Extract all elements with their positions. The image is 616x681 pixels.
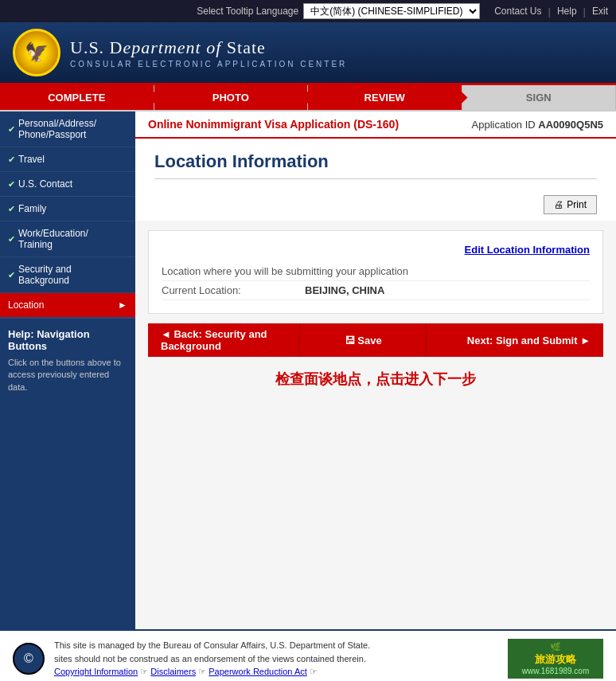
seal-icon: 🦅 xyxy=(13,29,60,76)
department-title: U.S. Department of State xyxy=(70,37,347,58)
chinese-annotation: 检查面谈地点，点击进入下一步 xyxy=(135,363,616,395)
page-title-area: Location Information xyxy=(135,139,616,192)
footer: © This site is managed by the Bureau of … xyxy=(0,629,616,681)
current-location-label: Current Location: xyxy=(162,284,305,296)
logo-url: www.1681989.com xyxy=(522,667,590,675)
check-icon-security: ✔ xyxy=(8,270,15,280)
tab-review[interactable]: REVIEW xyxy=(308,85,462,110)
help-title: Help: Navigation Buttons xyxy=(8,328,127,352)
tab-sign[interactable]: SIGN xyxy=(462,85,617,110)
contact-us-link[interactable]: Contact Us xyxy=(494,6,541,17)
page-title: Location Information xyxy=(154,151,597,179)
current-location-row: Current Location: BEIJING, CHINA xyxy=(162,281,590,300)
current-location-value: BEIJING, CHINA xyxy=(305,284,384,296)
top-bar: Select Tooltip Language 中文(简体) (CHINESE-… xyxy=(0,0,616,22)
disclaimers-link[interactable]: Disclaimers xyxy=(150,667,196,676)
sidebar-item-travel[interactable]: ✔ Travel xyxy=(0,147,135,172)
sidebar-item-security[interactable]: ✔ Security andBackground xyxy=(0,257,135,293)
print-label: Print xyxy=(567,199,587,210)
sidebar-label-travel: Travel xyxy=(18,154,45,165)
app-id-label: Application ID xyxy=(472,119,536,131)
footer-logo-box: 🌿 旅游攻略 www.1681989.com xyxy=(508,639,603,679)
sidebar-item-family[interactable]: ✔ Family xyxy=(0,197,135,221)
save-button[interactable]: 🖫 Save xyxy=(299,323,427,357)
sidebar-label-family: Family xyxy=(18,203,46,214)
help-prefix: Help: xyxy=(8,328,34,340)
sidebar-label-security: Security andBackground xyxy=(18,264,72,286)
print-button[interactable]: 🖨 Print xyxy=(544,195,597,214)
content-wrapper: ✔ Personal/Address/Phone/Passport ✔ Trav… xyxy=(0,112,616,629)
paperwork-link[interactable]: Paperwork Reduction Act xyxy=(209,667,307,676)
tooltip-label: Select Tooltip Language xyxy=(197,6,298,17)
sidebar-item-location[interactable]: Location ► xyxy=(0,293,135,318)
check-icon-us-contact: ✔ xyxy=(8,179,15,190)
help-link[interactable]: Help xyxy=(557,6,577,17)
sep2: | xyxy=(583,6,586,18)
header: 🦅 U.S. Department of State CONSULAR ELEC… xyxy=(0,22,616,85)
footer-line2: sites should not be construed as an endo… xyxy=(54,654,366,663)
arrow-icon-location: ► xyxy=(118,299,127,311)
help-box: Help: Navigation Buttons Click on the bu… xyxy=(0,318,135,403)
app-id-value: AA0090Q5N5 xyxy=(538,119,603,131)
edit-location-link[interactable]: Edit Location Information xyxy=(465,244,590,256)
tooltip-language-selector[interactable]: Select Tooltip Language 中文(简体) (CHINESE-… xyxy=(197,3,480,19)
nav-tabs: COMPLETE PHOTO REVIEW SIGN xyxy=(0,85,616,112)
check-icon-family: ✔ xyxy=(8,204,15,214)
footer-text: This site is managed by the Bureau of Co… xyxy=(54,639,498,679)
location-box: Edit Location Information Location where… xyxy=(148,230,603,314)
location-description: Location where you will be submitting yo… xyxy=(162,262,590,281)
next-button[interactable]: Next: Sign and Submit ► xyxy=(427,323,603,357)
header-text: U.S. Department of State CONSULAR ELECTR… xyxy=(70,37,347,68)
sidebar-label-work: Work/Education/Training xyxy=(18,228,88,250)
breadcrumb-title: Online Nonimmigrant Visa Application (DS… xyxy=(148,118,399,131)
check-icon-work: ✔ xyxy=(8,234,15,245)
tab-photo[interactable]: PHOTO xyxy=(154,85,309,110)
back-button[interactable]: ◄ Back: Security and Background xyxy=(148,323,299,357)
sidebar-item-us-contact[interactable]: ✔ U.S. Contact xyxy=(0,172,135,197)
sidebar-label-location: Location xyxy=(8,299,44,311)
breadcrumb-bar: Online Nonimmigrant Visa Application (DS… xyxy=(135,112,616,139)
edit-link-area: Edit Location Information xyxy=(162,244,590,256)
department-subtitle: CONSULAR ELECTRONIC APPLICATION CENTER xyxy=(70,60,347,68)
language-select[interactable]: 中文(简体) (CHINESE-SIMPLIFIED) xyxy=(303,3,480,19)
footer-logo: 🌿 旅游攻略 www.1681989.com xyxy=(508,639,603,679)
sep1: | xyxy=(548,6,551,18)
sidebar: ✔ Personal/Address/Phone/Passport ✔ Trav… xyxy=(0,112,135,629)
logo-title: 旅游攻略 xyxy=(535,652,576,667)
app-id: Application ID AA0090Q5N5 xyxy=(472,119,604,131)
help-text: Click on the buttons above to access pre… xyxy=(8,357,127,393)
footer-line1: This site is managed by the Bureau of Co… xyxy=(54,640,370,650)
copyright-link[interactable]: Copyright Information xyxy=(54,667,138,676)
sidebar-label-personal: Personal/Address/Phone/Passport xyxy=(18,118,96,140)
check-icon-travel: ✔ xyxy=(8,155,15,165)
tab-complete[interactable]: COMPLETE xyxy=(0,85,154,110)
logo-icon: 🌿 xyxy=(550,642,561,652)
nav-buttons: ◄ Back: Security and Background 🖫 Save N… xyxy=(148,323,603,357)
main-panel: Online Nonimmigrant Visa Application (DS… xyxy=(135,112,616,629)
sidebar-item-personal[interactable]: ✔ Personal/Address/Phone/Passport xyxy=(0,112,135,147)
check-icon-personal: ✔ xyxy=(8,124,15,135)
sidebar-label-us-contact: U.S. Contact xyxy=(18,178,72,190)
printer-icon: 🖨 xyxy=(554,199,563,210)
sidebar-item-work[interactable]: ✔ Work/Education/Training xyxy=(0,221,135,257)
footer-seal-icon: © xyxy=(13,643,45,675)
exit-link[interactable]: Exit xyxy=(592,6,608,17)
print-area: 🖨 Print xyxy=(135,192,616,221)
